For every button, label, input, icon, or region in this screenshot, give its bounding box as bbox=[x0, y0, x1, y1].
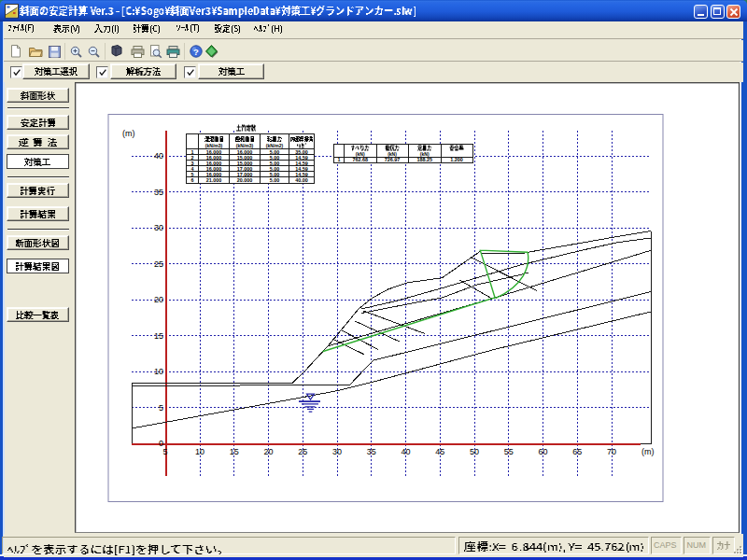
svg-text:4: 4 bbox=[191, 166, 194, 172]
svg-text:(m): (m) bbox=[122, 129, 135, 138]
svg-text:5.00: 5.00 bbox=[270, 166, 280, 172]
svg-text:1: 1 bbox=[191, 149, 194, 155]
svg-text:17.000: 17.000 bbox=[237, 166, 253, 172]
svg-text:35.00: 35.00 bbox=[295, 149, 308, 155]
svg-text:5: 5 bbox=[159, 403, 163, 413]
svg-text:762.68: 762.68 bbox=[352, 157, 368, 162]
svg-text:5.00: 5.00 bbox=[270, 172, 280, 177]
svg-text:45: 45 bbox=[435, 447, 444, 456]
svg-text:25: 25 bbox=[298, 447, 307, 456]
svg-text:65: 65 bbox=[572, 447, 582, 456]
svg-text:15: 15 bbox=[230, 447, 239, 456]
svg-text:1: 1 bbox=[338, 157, 341, 162]
svg-text:30: 30 bbox=[154, 223, 163, 232]
svg-text:(kN/m3): (kN/m3) bbox=[205, 143, 223, 148]
svg-text:70: 70 bbox=[607, 447, 616, 456]
svg-text:5.00: 5.00 bbox=[270, 155, 280, 161]
svg-text:(kN/m3): (kN/m3) bbox=[236, 143, 254, 148]
svg-text:5.00: 5.00 bbox=[270, 149, 280, 155]
svg-text:25: 25 bbox=[154, 259, 163, 269]
svg-text:21.000: 21.000 bbox=[206, 177, 222, 183]
svg-text:16.000: 16.000 bbox=[206, 149, 222, 155]
svg-text:55: 55 bbox=[504, 447, 514, 456]
svg-text:14.59: 14.59 bbox=[295, 155, 308, 161]
svg-text:20.000: 20.000 bbox=[237, 177, 253, 183]
svg-text:35: 35 bbox=[154, 188, 163, 197]
svg-text:17.000: 17.000 bbox=[237, 172, 253, 177]
svg-text:5: 5 bbox=[162, 447, 167, 456]
svg-text:20: 20 bbox=[154, 295, 163, 304]
svg-text:40: 40 bbox=[154, 151, 163, 161]
svg-text:188.25: 188.25 bbox=[416, 157, 432, 162]
svg-text:60: 60 bbox=[538, 447, 547, 456]
svg-text:16.000: 16.000 bbox=[206, 172, 222, 177]
svg-text:1.200: 1.200 bbox=[450, 157, 463, 162]
svg-text:(kN): (kN) bbox=[356, 151, 365, 157]
svg-text:16.000: 16.000 bbox=[206, 155, 222, 161]
svg-text:(kN): (kN) bbox=[420, 151, 430, 157]
svg-text:40: 40 bbox=[401, 447, 410, 456]
svg-text:2: 2 bbox=[191, 155, 194, 161]
svg-text:10: 10 bbox=[195, 447, 204, 456]
svg-text:15.000: 15.000 bbox=[237, 155, 253, 161]
svg-text:5: 5 bbox=[191, 172, 194, 177]
svg-text:14.59: 14.59 bbox=[295, 172, 308, 177]
svg-text:14.59: 14.59 bbox=[295, 166, 308, 172]
svg-text:6: 6 bbox=[191, 177, 194, 183]
svg-text:16.000: 16.000 bbox=[206, 166, 222, 172]
svg-text:30: 30 bbox=[332, 447, 342, 456]
svg-text:50: 50 bbox=[470, 447, 479, 456]
svg-text:726.97: 726.97 bbox=[385, 157, 401, 162]
svg-text:40.00: 40.00 bbox=[295, 177, 308, 183]
svg-text:10: 10 bbox=[154, 367, 163, 376]
svg-text:(kN/m2): (kN/m2) bbox=[266, 143, 284, 148]
svg-text:5.00: 5.00 bbox=[270, 177, 280, 183]
svg-text:(kN): (kN) bbox=[388, 151, 397, 157]
svg-text:35: 35 bbox=[367, 447, 376, 456]
svg-text:15: 15 bbox=[154, 331, 163, 341]
svg-text:(m): (m) bbox=[641, 447, 655, 456]
svg-text:16.000: 16.000 bbox=[237, 149, 253, 155]
svg-text:20: 20 bbox=[263, 447, 273, 456]
